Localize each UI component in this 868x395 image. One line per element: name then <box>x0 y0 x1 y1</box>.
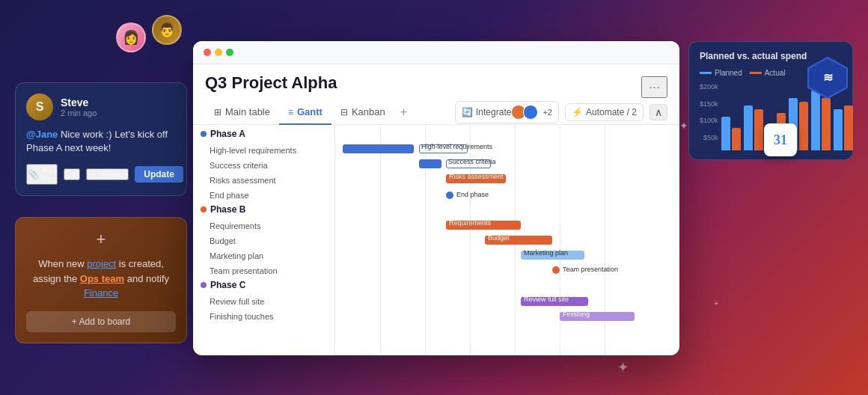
user-avatars <box>514 105 538 120</box>
task-row: Review full site <box>193 292 334 307</box>
bar-label-high-level: High-level requirements <box>421 143 492 150</box>
phase-b-dot <box>201 206 207 212</box>
gcal-number: 31 <box>774 132 787 148</box>
integrate-button[interactable]: 🔄 Integrate +2 <box>455 101 559 123</box>
task-row: Requirements <box>193 216 334 231</box>
gantt-title: Q3 Project Alpha <box>205 73 337 93</box>
gantt-chart: High-level requirements Success criteria… <box>335 125 679 355</box>
automation-finance-link[interactable]: Finance <box>84 287 118 298</box>
phase-a-name: Phase A <box>210 129 245 139</box>
maximize-dot[interactable] <box>226 49 233 56</box>
bar-group-2 <box>744 105 763 150</box>
automate-label: Automate / 2 <box>586 107 637 117</box>
window-controls <box>204 49 233 56</box>
tab-main-table[interactable]: ⊞ Main table <box>205 100 279 125</box>
avatar-female: 👩 <box>116 22 146 52</box>
kanban-icon: ⊟ <box>340 107 348 117</box>
avatar-male: 👨 <box>152 15 182 45</box>
mention-button[interactable]: @ Mention <box>86 168 129 180</box>
add-files-button[interactable]: 📎 Add files <box>26 164 58 185</box>
bar-actual-5 <box>822 98 831 150</box>
bar-group-1 <box>721 117 741 150</box>
phase-c-label: Phase C <box>193 276 334 292</box>
steve-message: @Jane Nice work :) Let's kick off Phase … <box>26 128 176 155</box>
user-avatar-2 <box>523 105 538 120</box>
y-label-100k: $100k <box>700 117 718 124</box>
automate-button[interactable]: ⚡ Automate / 2 <box>565 103 644 121</box>
hex-wrapper: ≋ <box>806 56 849 99</box>
gif-label: GIF <box>65 170 79 179</box>
automation-project-link[interactable]: project <box>87 258 116 269</box>
legend-actual-label: Actual <box>765 69 786 77</box>
bar-planned-6 <box>834 109 843 150</box>
tab-main-table-label: Main table <box>225 106 270 117</box>
bar-actual-6 <box>844 105 853 150</box>
at-icon: @ <box>88 170 96 179</box>
star-decoration-2: + <box>714 299 718 307</box>
grid-line-5 <box>560 125 560 355</box>
automation-card: + When new project is created, assign th… <box>15 217 187 343</box>
grid-line-1 <box>380 125 381 355</box>
add-files-label: Add files <box>41 165 56 183</box>
phase-c-name: Phase C <box>210 280 245 290</box>
task-row: Marketing plan <box>193 246 334 261</box>
phase-b-name: Phase B <box>210 204 245 215</box>
bar-label-success: Success criteria <box>448 158 496 165</box>
gif-button[interactable]: GIF <box>64 168 80 180</box>
more-options-button[interactable]: ··· <box>641 76 667 98</box>
phase-b-label: Phase B <box>193 200 334 216</box>
automation-text-part3: and notify <box>124 273 169 284</box>
task-row: High-level requirements <box>193 141 334 156</box>
automation-ops-link[interactable]: Ops team <box>80 273 124 284</box>
table-icon: ⊞ <box>214 107 221 117</box>
bar-end-phase: End phase <box>446 191 506 200</box>
collapse-button[interactable]: ∧ <box>650 104 667 120</box>
add-to-board-button[interactable]: + Add to board <box>26 311 176 332</box>
integrate-icon: 🔄 <box>462 107 473 117</box>
close-dot[interactable] <box>204 49 211 56</box>
legend-planned-color <box>700 72 712 74</box>
gantt-icon: ≡ <box>288 107 293 117</box>
legend-planned: Planned <box>700 69 742 77</box>
bar-planned-1 <box>721 117 730 150</box>
bar-group-5 <box>811 91 831 150</box>
bar-planned-2 <box>744 105 753 150</box>
gantt-tabs: ⊞ Main table ≡ Gantt ⊟ Kanban + 🔄 Integr… <box>193 100 679 125</box>
steve-avatar: S <box>26 94 53 120</box>
tab-gantt[interactable]: ≡ Gantt <box>279 100 331 125</box>
window-titlebar <box>193 41 679 64</box>
bar-label-finishing: Finishing <box>563 310 590 318</box>
minimize-dot[interactable] <box>215 49 222 56</box>
phase-a-label: Phase A <box>193 125 334 141</box>
avatar-badge: +2 <box>542 108 552 117</box>
steve-mention: @Jane <box>26 129 58 140</box>
svg-text:≋: ≋ <box>823 71 833 84</box>
gantt-header: Q3 Project Alpha ··· <box>193 64 679 100</box>
automate-icon: ⚡ <box>572 107 583 117</box>
steve-time: 2 min ago <box>61 108 97 117</box>
steve-actions: 📎 Add files GIF @ Mention Update <box>26 164 176 185</box>
y-label-200k: $200k <box>700 83 718 91</box>
automation-text-part1: When new <box>38 258 87 269</box>
steve-name: Steve <box>61 97 97 108</box>
update-button[interactable]: Update <box>135 166 183 183</box>
integrate-label: Integrate <box>476 107 511 117</box>
bar-label-budget: Budget <box>488 234 510 242</box>
task-row: Finishing touches <box>193 307 334 322</box>
bar-actual-1 <box>732 128 741 150</box>
bar-actual-2 <box>754 109 763 150</box>
bar-success-criteria <box>419 159 441 168</box>
task-row: Risks assessment <box>193 171 334 186</box>
bar-planned-5 <box>811 91 820 150</box>
gantt-task-list: Phase A High-level requirements Success … <box>193 125 335 355</box>
legend-actual: Actual <box>750 69 786 77</box>
add-tab-button[interactable]: + <box>394 105 413 119</box>
bar-label-risks: Risks assessment <box>449 173 504 180</box>
bar-actual-4 <box>799 102 808 150</box>
gantt-window: Q3 Project Alpha ··· ⊞ Main table ≡ Gant… <box>193 41 679 355</box>
mention-label: Mention <box>98 170 127 179</box>
bar-high-level-req <box>343 144 414 153</box>
tab-gantt-label: Gantt <box>297 106 323 117</box>
tab-kanban[interactable]: ⊟ Kanban <box>331 100 394 125</box>
bar-label-review: Review full site <box>524 296 569 303</box>
